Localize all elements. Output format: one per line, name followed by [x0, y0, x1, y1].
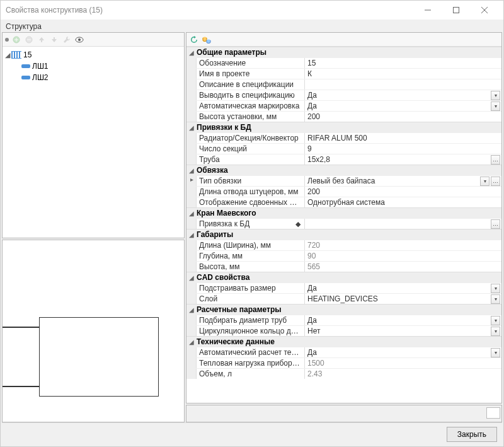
chevron-down-icon[interactable]: ▾ — [491, 348, 500, 357]
chevron-down-icon[interactable]: ▾ — [491, 294, 500, 304]
prop-kran-db[interactable]: Привязка к БД◆… — [186, 218, 501, 229]
tree-item-2[interactable]: ЛШ2 — [4, 72, 183, 83]
prop-offset-len[interactable]: Длина отвода штуцеров, мм200 — [186, 186, 501, 197]
prop-auto-mark[interactable]: Автоматическая маркировкаДа▾ — [186, 100, 501, 111]
prop-length[interactable]: Длина (Ширина), мм720 — [186, 240, 501, 250]
main-split: ◢ 15 ЛШ1 ЛШ2 — [2, 32, 502, 422]
maximize-button[interactable] — [442, 1, 470, 20]
prop-radiator[interactable]: Радиатор/Секция/КонвекторRIFAR ALUM 500 — [186, 132, 501, 143]
prop-height[interactable]: Высота, мм565 — [186, 261, 501, 272]
prop-spec-output[interactable]: Выводить в спецификациюДа▾ — [186, 90, 501, 100]
prop-layer[interactable]: СлойHEATING_DEVICES▾ — [186, 293, 501, 304]
wrench-icon[interactable] — [62, 35, 72, 45]
chevron-down-icon[interactable]: ▾ — [480, 177, 490, 186]
diamond-icon: ◆ — [295, 220, 302, 228]
cat-calc[interactable]: ◢Расчетные параметры — [186, 304, 501, 315]
tree-toolbar — [3, 33, 184, 47]
prop-volume[interactable]: Объем, л2.43 — [186, 368, 501, 379]
ellipsis-button[interactable]: … — [491, 219, 500, 229]
tree-panel: ◢ 15 ЛШ1 ЛШ2 — [2, 32, 185, 238]
small-input[interactable] — [486, 407, 500, 419]
remove-icon[interactable] — [24, 35, 34, 45]
window: Свойства конструктива (15) Структура — [0, 0, 504, 447]
fitting-icon — [21, 64, 30, 68]
chevron-down-icon[interactable]: ▾ — [491, 102, 500, 111]
client-area: Структура ◢ — [1, 20, 503, 446]
prop-designation[interactable]: Обозначение15 — [186, 57, 501, 68]
eye-icon[interactable] — [74, 35, 84, 45]
db-link-icon[interactable] — [202, 35, 212, 45]
prop-obv-type[interactable]: ▸Тип обвязкиЛевый без байпаса▾… — [186, 175, 501, 186]
chevron-down-icon[interactable]: ▾ — [491, 284, 500, 293]
preview-panel[interactable] — [2, 240, 185, 422]
cat-tech[interactable]: ◢Технические данные — [186, 336, 501, 347]
radiator-shape — [39, 317, 159, 397]
radiator-icon — [11, 51, 21, 59]
tree-root[interactable]: ◢ 15 — [4, 49, 183, 61]
svg-point-10 — [78, 38, 81, 41]
prop-heat-load[interactable]: Тепловая нагрузка прибора, Вт1500 — [186, 357, 501, 368]
prop-autosize[interactable]: Подстраивать размерДа▾ — [186, 282, 501, 293]
structure-label: Структура — [2, 21, 502, 31]
prop-auto-heat[interactable]: Автоматический расчет тепловой нагру…Да▾ — [186, 347, 501, 357]
tree-item-1[interactable]: ЛШ1 — [4, 61, 183, 72]
prop-dual-fitting[interactable]: Отображение сдвоенных штуцеров на…Однотр… — [186, 197, 501, 207]
cat-cad[interactable]: ◢CAD свойства — [186, 272, 501, 282]
prop-sections[interactable]: Число секций9 — [186, 143, 501, 154]
cat-gab[interactable]: ◢Габариты — [186, 229, 501, 240]
left-column: ◢ 15 ЛШ1 ЛШ2 — [2, 32, 185, 422]
property-grid-body[interactable]: ◢Общие параметры Обозначение15 Имя в про… — [186, 47, 501, 403]
footer: Закрыть — [2, 422, 502, 445]
window-title: Свойства конструктива (15) — [6, 6, 413, 15]
prop-circ-ring[interactable]: Циркуляционное кольцо для отчетовНет▾ — [186, 325, 501, 336]
ellipsis-button[interactable]: … — [491, 177, 500, 186]
toolbar-grip — [5, 38, 9, 42]
prop-install-height[interactable]: Высота установки, мм200 — [186, 111, 501, 122]
add-icon[interactable] — [11, 35, 21, 45]
prop-project-name[interactable]: Имя в проектеК — [186, 68, 501, 79]
minimize-button[interactable] — [413, 1, 442, 20]
cat-kran[interactable]: ◢Кран Маевского — [186, 207, 501, 218]
tree-root-label: 15 — [23, 50, 32, 59]
chevron-down-icon[interactable]: ▾ — [491, 316, 500, 325]
cat-general[interactable]: ◢Общие параметры — [186, 47, 501, 57]
pipe-top — [3, 327, 39, 328]
cat-obv[interactable]: ◢Обвязка — [186, 165, 501, 175]
svg-rect-1 — [453, 8, 459, 13]
prop-depth[interactable]: Глубина, мм90 — [186, 250, 501, 261]
up-arrow-icon[interactable] — [37, 35, 47, 45]
tree-item-1-label: ЛШ1 — [32, 62, 49, 71]
titlebar: Свойства конструктива (15) — [1, 1, 503, 20]
prop-pick-diam[interactable]: Подбирать диаметр трубДа▾ — [186, 315, 501, 325]
down-arrow-icon[interactable] — [49, 35, 59, 45]
tree-body[interactable]: ◢ 15 ЛШ1 ЛШ2 — [3, 47, 184, 238]
ellipsis-button[interactable]: … — [491, 155, 500, 165]
collapse-icon[interactable]: ◢ — [4, 51, 11, 59]
chevron-down-icon[interactable]: ▾ — [491, 91, 500, 100]
refresh-icon[interactable] — [189, 35, 199, 45]
fitting-icon — [21, 76, 30, 79]
description-panel — [186, 405, 502, 422]
prop-pipe[interactable]: Труба15x2,8… — [186, 154, 501, 165]
property-grid: ◢Общие параметры Обозначение15 Имя в про… — [186, 32, 502, 403]
prop-spec-desc[interactable]: Описание в спецификации — [186, 79, 501, 90]
pipe-bottom — [3, 386, 39, 387]
close-button[interactable] — [470, 1, 498, 20]
cat-db[interactable]: ◢Привязки к БД — [186, 122, 501, 132]
chevron-down-icon[interactable]: ▾ — [491, 327, 500, 336]
tree-item-2-label: ЛШ2 — [32, 73, 49, 82]
close-dialog-button[interactable]: Закрыть — [447, 427, 497, 442]
right-column: ◢Общие параметры Обозначение15 Имя в про… — [186, 32, 502, 422]
property-toolbar — [186, 33, 501, 47]
